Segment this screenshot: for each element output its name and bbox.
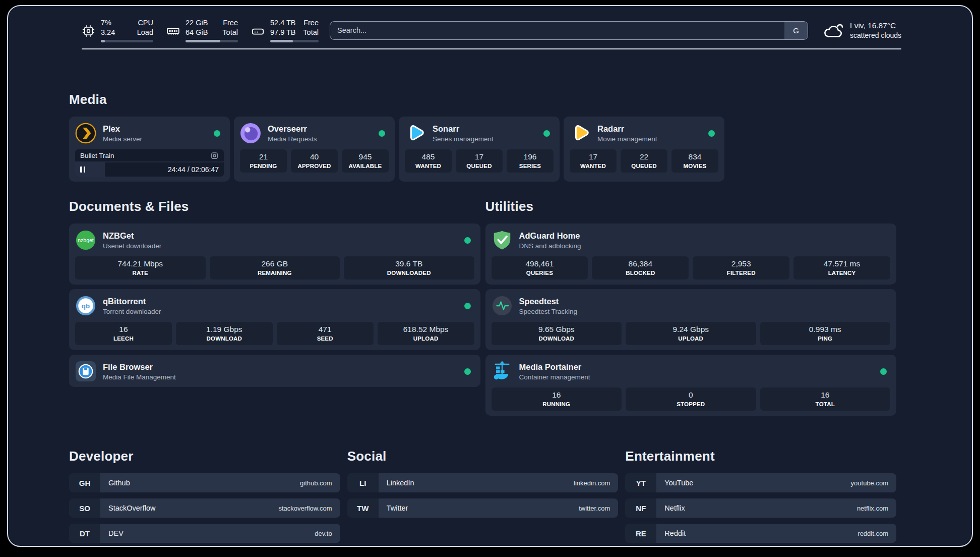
- cpu-progress-fill: [101, 40, 105, 42]
- status-dot: [708, 130, 715, 137]
- bookmark-reddit[interactable]: RE Reddit reddit.com: [625, 524, 896, 543]
- utilities-section-title: Utilities: [485, 199, 897, 214]
- system-resources: 7% 3.24 CPU Load: [82, 18, 319, 42]
- app-description: Media File Management: [103, 373, 458, 381]
- bookmark-url: github.com: [300, 479, 332, 487]
- bookmark-stackoverflow[interactable]: SO StackOverflow stackoverflow.com: [69, 498, 340, 518]
- filebrowser-icon: [75, 361, 96, 382]
- cpu-progressbar: [101, 40, 153, 42]
- overseerr-card[interactable]: Overseerr Media Requests 21 PENDING 40 A…: [234, 117, 395, 182]
- app-description: Container management: [519, 373, 874, 381]
- app-name: Plex: [103, 124, 207, 134]
- speedtest-icon: [492, 295, 513, 316]
- memory-progress-fill: [186, 40, 220, 42]
- status-dot: [214, 130, 220, 137]
- disk-total: 97.9 TB: [270, 28, 296, 37]
- bookmark-abbr: RE: [625, 524, 656, 543]
- stat-download: 9.65 Gbps DOWNLOAD: [492, 322, 622, 345]
- disk-labels: Free Total: [303, 18, 319, 37]
- social-section-title: Social: [347, 449, 619, 464]
- speedtest-card[interactable]: Speedtest Speedtest Tracking 9.65 Gbps D…: [485, 289, 897, 350]
- plex-card[interactable]: Plex Media server Bullet Train: [69, 117, 230, 182]
- filebrowser-card[interactable]: File Browser Media File Management: [69, 355, 480, 387]
- bookmark-youtube[interactable]: YT YouTube youtube.com: [625, 473, 896, 492]
- stat-stopped: 0 STOPPED: [626, 387, 756, 411]
- media-section-title: Media: [69, 92, 896, 107]
- disk-progress-fill: [270, 40, 293, 42]
- adguard-icon: [492, 230, 513, 251]
- stat-filtered: 2,953 FILTERED: [693, 256, 789, 280]
- bookmark-name: LinkedIn: [387, 479, 414, 487]
- app-description: Media Requests: [268, 135, 372, 143]
- stat-ping: 0.993 ms PING: [760, 322, 891, 345]
- app-name: Radarr: [597, 124, 702, 134]
- bookmark-url: dev.to: [315, 530, 332, 537]
- search-engine-button[interactable]: G: [784, 22, 808, 39]
- bookmark-linkedin[interactable]: LI LinkedIn linkedin.com: [347, 473, 619, 492]
- disk-free: 52.4 TB: [270, 18, 296, 28]
- qbittorrent-card[interactable]: qb qBittorrent Torrent downloader 16 LEE…: [69, 289, 480, 350]
- bookmark-abbr: GH: [69, 473, 100, 492]
- app-name: Speedtest: [519, 296, 891, 306]
- memory-values: 22 GiB 64 GiB: [186, 18, 208, 37]
- stat-queries: 498,461 QUERIES: [492, 256, 588, 280]
- bookmark-abbr: TW: [347, 498, 379, 518]
- stat-approved: 40 APPROVED: [291, 149, 338, 173]
- cpu-load: 3.24: [101, 28, 115, 37]
- stat-queued: 22 QUEUED: [621, 149, 667, 173]
- bookmark-name: Github: [108, 479, 130, 487]
- portainer-card[interactable]: Media Portainer Container management 16 …: [485, 355, 897, 416]
- status-dot: [464, 237, 471, 244]
- bookmark-twitter[interactable]: TW Twitter twitter.com: [347, 498, 619, 518]
- radarr-icon: [570, 123, 591, 144]
- search-bar: G: [330, 21, 808, 40]
- stat-movies: 834 MOVIES: [671, 149, 718, 173]
- sonarr-icon: [405, 123, 426, 144]
- utilities-section: Utilities AdGuard Home DNS and adblockin…: [485, 199, 897, 420]
- stat-downloaded: 39.6 TB DOWNLOADED: [344, 256, 474, 280]
- bookmark-dev[interactable]: DT DEV dev.to: [69, 524, 340, 543]
- bookmark-abbr: YT: [625, 473, 656, 492]
- disk-widget: 52.4 TB 97.9 TB Free Total: [251, 18, 319, 42]
- bookmark-url: youtube.com: [851, 479, 888, 487]
- bookmark-group-entertainment: Entertainment YT YouTube youtube.com NF …: [625, 449, 896, 547]
- plex-now-playing: Bullet Train 24:44 / 02:06:47: [75, 149, 224, 177]
- app-description: Usenet downloader: [103, 242, 458, 250]
- settings-icon[interactable]: [210, 151, 219, 160]
- app-name: Sonarr: [433, 124, 537, 134]
- qbittorrent-icon: qb: [75, 295, 96, 316]
- stat-download: 1.19 Gbps DOWNLOAD: [176, 322, 273, 345]
- cpu-icon: [82, 20, 95, 42]
- status-dot: [379, 130, 385, 137]
- now-playing-title: Bullet Train: [80, 152, 114, 159]
- memory-progressbar: [186, 40, 238, 42]
- playback-elapsed-fill: [75, 162, 105, 177]
- bookmark-netflix[interactable]: NF Netflix netflix.com: [625, 498, 896, 518]
- stat-wanted: 17 WANTED: [570, 149, 617, 173]
- app-description: Speedtest Tracking: [519, 307, 891, 316]
- bookmark-url: stackoverflow.com: [278, 505, 332, 512]
- stat-rate: 744.21 Mbps RATE: [75, 256, 206, 280]
- overseerr-icon: [240, 123, 261, 144]
- developer-section-title: Developer: [69, 449, 340, 464]
- search-input[interactable]: [330, 22, 784, 39]
- stat-total: 16 TOTAL: [760, 387, 891, 411]
- bookmark-group-social: Social LI LinkedIn linkedin.com TW Twitt…: [347, 449, 619, 547]
- header-divider: [82, 48, 901, 49]
- memory-total: 64 GiB: [186, 28, 208, 37]
- bookmark-github[interactable]: GH Github github.com: [69, 473, 340, 492]
- scattered-clouds-icon: [823, 22, 843, 39]
- weather-condition: scattered clouds: [850, 31, 901, 40]
- app-name: qBittorrent: [103, 296, 458, 306]
- bookmark-abbr: SO: [69, 498, 100, 518]
- radarr-card[interactable]: Radarr Movie management 17 WANTED 22 QUE…: [564, 117, 724, 182]
- sonarr-card[interactable]: Sonarr Series management 485 WANTED 17 Q…: [399, 117, 560, 182]
- app-name: NZBGet: [103, 231, 458, 241]
- stat-wanted: 485 WANTED: [405, 149, 452, 173]
- app-description: Movie management: [597, 135, 702, 143]
- adguard-card[interactable]: AdGuard Home DNS and adblocking 498,461 …: [485, 224, 897, 285]
- bookmark-name: Twitter: [387, 504, 408, 512]
- bookmark-url: twitter.com: [579, 505, 610, 512]
- stat-series: 196 SERIES: [507, 149, 554, 173]
- nzbget-card[interactable]: nzbget NZBGet Usenet downloader 744.21 M…: [69, 224, 480, 285]
